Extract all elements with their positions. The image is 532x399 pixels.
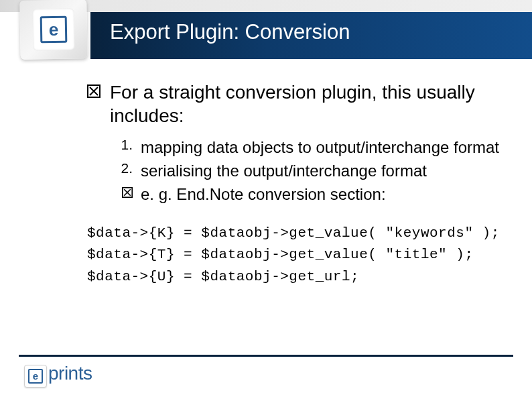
sub-item-text: mapping data objects to output/interchan… [141, 137, 499, 158]
footer-brand-text: prints [48, 363, 92, 384]
x-box-icon [87, 84, 101, 98]
sub-item-1: 1. mapping data objects to output/interc… [114, 137, 512, 158]
eprints-e-icon: e [40, 16, 68, 44]
main-bullet-text: For a straight conversion plugin, this u… [110, 80, 512, 127]
sub-item-3: e. g. End.Note conversion section: [114, 184, 512, 205]
sub-list: 1. mapping data objects to output/interc… [114, 137, 512, 205]
main-bullet: For a straight conversion plugin, this u… [87, 80, 512, 127]
sub-item-text: e. g. End.Note conversion section: [141, 184, 386, 205]
slide-title: Export Plugin: Conversion [110, 20, 350, 44]
slide-content: For a straight conversion plugin, this u… [87, 80, 512, 288]
header-logo-inner: e [32, 8, 74, 50]
footer-divider [19, 355, 513, 357]
slide-footer: e prints [0, 355, 532, 399]
footer-logo: e prints [24, 363, 92, 388]
footer-e-tile: e [24, 365, 47, 388]
header-logo-tile: e [19, 0, 88, 60]
sub-item-2: 2. serialising the output/interchange fo… [114, 160, 512, 181]
slide-header: e Export Plugin: Conversion [0, 0, 532, 59]
eprints-e-icon: e [28, 369, 43, 384]
code-sample: $data->{K} = $dataobj->get_value( "keywo… [87, 223, 512, 288]
list-marker: 1. [114, 137, 133, 153]
x-box-icon [122, 187, 133, 198]
list-marker: 2. [114, 160, 133, 176]
sub-item-text: serialising the output/interchange forma… [141, 160, 427, 181]
